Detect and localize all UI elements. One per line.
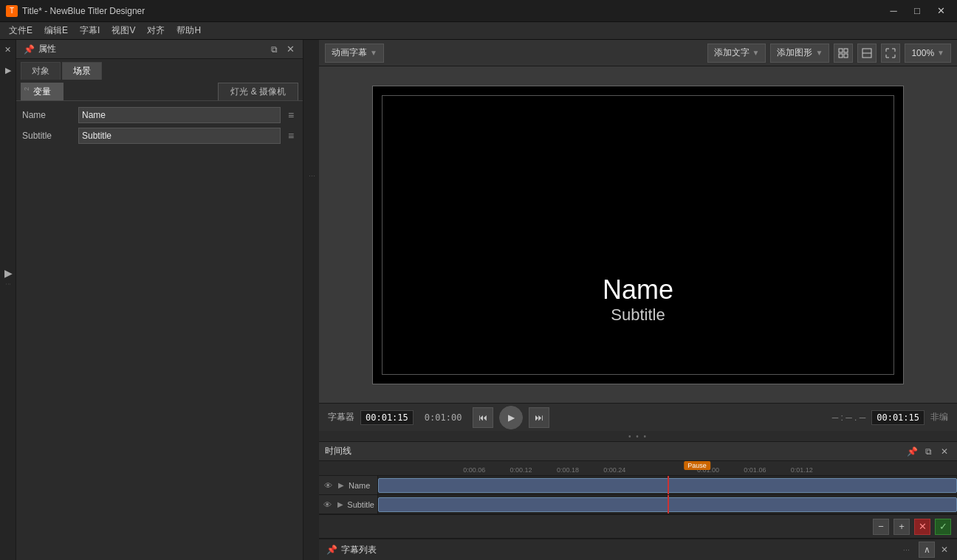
side-expand-btn[interactable]: ▶	[1, 266, 15, 280]
maximize-button[interactable]: □	[907, 4, 927, 18]
close-button[interactable]: ✕	[930, 4, 951, 18]
menu-bar: 文件E 编辑E 字幕I 视图V 对齐 帮助H	[0, 22, 957, 40]
side-label-1[interactable]: 2	[23, 87, 30, 91]
var-input-name[interactable]	[78, 107, 281, 123]
svg-rect-0	[839, 49, 843, 52]
properties-title: 属性	[38, 43, 264, 55]
caption-list-close-btn[interactable]: ✕	[938, 543, 951, 556]
transport-prev-button[interactable]: ⏮	[473, 407, 493, 428]
var-input-subtitle[interactable]	[78, 128, 281, 144]
transport-play-button[interactable]: ▶	[499, 406, 523, 429]
menu-file[interactable]: 文件E	[3, 23, 38, 39]
transport-timecode: 00:01:15	[360, 410, 414, 425]
track-clip-subtitle[interactable]	[378, 497, 957, 512]
canvas-name-text: Name	[603, 274, 673, 305]
menu-align[interactable]: 对齐	[141, 23, 171, 39]
track-label-subtitle: Subtitle	[347, 500, 374, 509]
tab-scene[interactable]: 场景	[62, 62, 102, 80]
side-tool-close[interactable]: ✕	[1, 43, 15, 56]
timeline-float-btn[interactable]: ⧉	[922, 445, 935, 458]
playhead-label: Pause	[684, 461, 710, 470]
var-eq-subtitle: ≡	[285, 130, 297, 142]
track-controls-name: 👁 ▶ Name	[319, 476, 378, 494]
properties-float-btn[interactable]: ⧉	[267, 43, 281, 56]
svg-rect-3	[844, 54, 848, 58]
properties-close-btn[interactable]: ✕	[284, 43, 297, 56]
canvas-subtitle-text: Subtitle	[603, 305, 673, 325]
add-text-button[interactable]: 添加文字 ▼	[707, 44, 766, 63]
minimize-button[interactable]: ─	[883, 4, 904, 18]
dots-icon: • • •	[628, 432, 648, 440]
tl-delete-btn[interactable]: ✕	[914, 519, 930, 535]
add-shape-button[interactable]: 添加图形 ▼	[770, 44, 829, 63]
title-bar: T Title* - NewBlue Titler Designer ─ □ ✕	[0, 0, 957, 22]
zoom-display: 100% ▼	[905, 44, 951, 63]
ruler-mark-4: 0:00.24	[603, 466, 625, 474]
timeline-title: 时间线	[325, 445, 902, 457]
track-eye-name[interactable]: 👁	[322, 480, 334, 491]
layout-button[interactable]	[857, 44, 877, 63]
variables-table: Name ≡ Subtitle ≡	[16, 101, 303, 154]
properties-panel: 📌 属性 ⧉ ✕ 对象 场景 变量 灯光 & 摄像机 Name ≡ Subtit…	[16, 40, 303, 560]
sub-tab-lights[interactable]: 灯光 & 摄像机	[218, 83, 298, 100]
animation-dropdown[interactable]: 动画字幕 ▼	[325, 44, 384, 63]
tab-object[interactable]: 对象	[21, 62, 61, 80]
timeline-ruler: 0:00.06 0:00.12 0:00.18 0:00.24 0:01.00 …	[319, 461, 957, 476]
track-content-name[interactable]	[378, 476, 957, 494]
track-expand-name[interactable]: ▶	[336, 480, 346, 491]
caption-list-collapse-btn[interactable]: ∧	[919, 542, 935, 558]
menu-subtitle[interactable]: 字幕I	[74, 23, 106, 39]
caption-list-pin-btn[interactable]: 📌	[325, 543, 338, 556]
track-controls-subtitle: 👁 ▶ Subtitle	[319, 495, 378, 514]
side-toolbar-left: ✕ ▶ 2 1 ▶ ⋮	[0, 40, 16, 560]
track-eye-subtitle[interactable]: 👁	[322, 499, 333, 511]
variable-row-subtitle: Subtitle ≡	[22, 128, 297, 144]
transport-next-button[interactable]: ⏭	[529, 407, 549, 428]
fullscreen-button[interactable]	[881, 44, 900, 63]
sub-tab-bar: 变量 灯光 & 摄像机	[16, 80, 303, 101]
canvas-text-area: Name Subtitle	[603, 274, 673, 325]
variable-row-name: Name ≡	[22, 107, 297, 123]
ruler-mark-6: 0:01.06	[744, 466, 766, 474]
tab-bar: 对象 场景	[16, 59, 303, 80]
track-label-name: Name	[349, 481, 370, 490]
main-layout: ✕ ▶ 2 1 ▶ ⋮ 📌 属性 ⧉ ✕ 对象 场景 变量 灯光 & 摄像机	[0, 40, 957, 560]
timeline-bottom: − + ✕ ✓	[319, 514, 957, 538]
menu-edit[interactable]: 编辑E	[38, 23, 74, 39]
transport-duration: 0:01:00	[419, 410, 467, 425]
canvas-frame[interactable]: Name Subtitle	[372, 86, 904, 384]
title-bar-text: Title* - NewBlue Titler Designer	[22, 6, 883, 16]
center-area: 动画字幕 ▼ 添加文字 ▼ 添加图形 ▼	[319, 40, 957, 560]
timeline-section: 时间线 📌 ⧉ ✕ 0:00.06 0:00.12 0:00.18 0:00.2…	[319, 441, 957, 538]
track-expand-subtitle[interactable]: ▶	[335, 499, 345, 510]
transport-label: 字幕器	[328, 411, 354, 424]
timeline-pin-btn[interactable]: 📌	[905, 445, 919, 458]
properties-header: 📌 属性 ⧉ ✕	[16, 40, 303, 59]
dots-row[interactable]: • • •	[319, 431, 957, 441]
track-clip-name[interactable]	[378, 478, 957, 493]
canvas-toolbar: 动画字幕 ▼ 添加文字 ▼ 添加图形 ▼	[319, 40, 957, 66]
svg-rect-1	[844, 49, 848, 52]
ruler-mark-1: 0:00.06	[463, 466, 485, 474]
caption-list-title: 字幕列表	[341, 544, 900, 556]
canvas-area: Name Subtitle	[319, 66, 957, 403]
ruler-mark-7: 0:01.12	[791, 466, 813, 474]
transport-right-label: 非编	[930, 411, 948, 424]
transport-right: ─ : ─ . ─ 00:01:15 非编	[832, 410, 948, 425]
grid-button[interactable]	[834, 44, 853, 63]
timeline-track-name: 👁 ▶ Name	[319, 476, 957, 495]
timeline-close-btn[interactable]: ✕	[938, 445, 951, 458]
playhead-ruler-marker: Pause	[697, 461, 724, 475]
menu-help[interactable]: 帮助H	[171, 23, 207, 39]
canvas-inner-border	[382, 95, 894, 375]
side-tool-arrow[interactable]: ▶	[1, 63, 15, 77]
tl-minus-btn[interactable]: −	[873, 519, 889, 535]
tl-plus-btn[interactable]: +	[893, 519, 910, 535]
transport-right-timecode: 00:01:15	[871, 410, 925, 425]
properties-pin-btn[interactable]: 📌	[22, 43, 35, 56]
sub-tab-variables[interactable]: 变量	[21, 83, 64, 100]
caption-list-dots[interactable]: ···	[903, 545, 910, 554]
track-content-subtitle[interactable]	[378, 495, 957, 514]
tl-check-btn[interactable]: ✓	[935, 519, 951, 535]
menu-view[interactable]: 视图V	[106, 23, 141, 39]
